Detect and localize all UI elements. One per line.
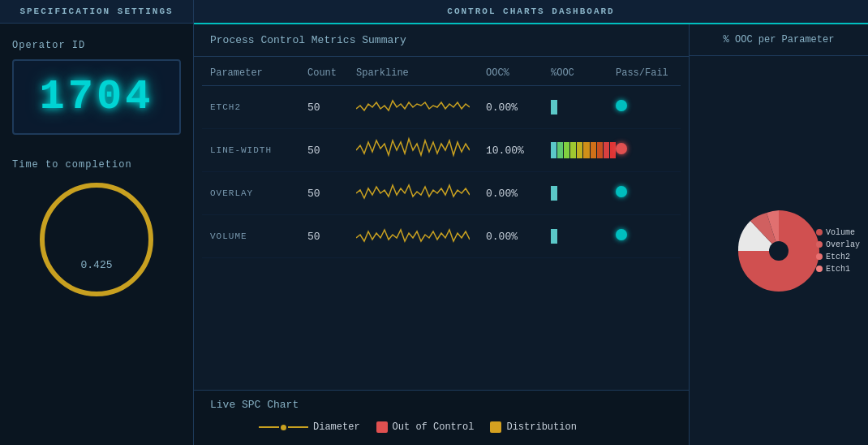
col-sparkline: Sparkline bbox=[356, 67, 486, 79]
sparkline-etch2 bbox=[356, 91, 486, 123]
count-linewidth: 50 bbox=[307, 145, 356, 157]
ooc-volume: 0.00% bbox=[486, 231, 551, 243]
pct-bar-volume bbox=[551, 229, 616, 244]
pct-bar-linewidth bbox=[551, 142, 616, 158]
col-pass-fail: Pass/Fail bbox=[616, 67, 672, 79]
pie-legend-etch1: Etch1 bbox=[816, 265, 860, 274]
pct-bar-overlay bbox=[551, 186, 616, 201]
legend-dash-icon bbox=[259, 426, 279, 428]
legend-dash2-icon bbox=[288, 426, 308, 428]
operator-display: 1704 bbox=[12, 59, 181, 135]
param-linewidth: LINE-WIDTH bbox=[210, 145, 307, 155]
dashboard-header: CONTROL CHARTS DASHBOARD bbox=[194, 0, 868, 24]
pie-label-etch2: Etch2 bbox=[826, 253, 850, 261]
table-row: VOLUME 50 0.00% bbox=[202, 215, 681, 258]
right-panel: % OOC per Parameter bbox=[690, 24, 868, 445]
operator-value: 1704 bbox=[40, 73, 154, 121]
count-volume: 50 bbox=[307, 231, 356, 243]
metrics-table: Parameter Count Sparkline OOC% %OOC Pass… bbox=[194, 57, 689, 390]
time-label: Time to completion bbox=[12, 159, 181, 171]
legend-line-diameter bbox=[259, 425, 308, 430]
legend-dot-icon bbox=[281, 425, 286, 430]
pie-legend-overlay: Overlay bbox=[816, 240, 860, 249]
ooc-overlay: 0.00% bbox=[486, 188, 551, 200]
table-row: OVERLAY 50 0.00% bbox=[202, 172, 681, 215]
table-header: Parameter Count Sparkline OOC% %OOC Pass… bbox=[202, 61, 681, 86]
param-etch2: ETCH2 bbox=[210, 102, 307, 112]
param-overlay: OVERLAY bbox=[210, 188, 307, 198]
pie-label-etch1: Etch1 bbox=[826, 265, 850, 274]
legend-ooc: Out of Control bbox=[376, 421, 475, 433]
pie-dot-etch2 bbox=[816, 253, 823, 260]
pie-area: Volume Overlay Etch2 Etch1 bbox=[690, 56, 868, 445]
pie-chart bbox=[734, 206, 823, 296]
count-overlay: 50 bbox=[307, 188, 356, 200]
pass-overlay bbox=[616, 186, 672, 201]
sparkline-volume bbox=[356, 220, 486, 253]
sparkline-overlay bbox=[356, 177, 486, 210]
pct-bar-etch2 bbox=[551, 100, 616, 114]
pass-linewidth bbox=[616, 143, 672, 158]
table-area: Process Control Metrics Summary Paramete… bbox=[194, 24, 690, 445]
legend-dist-icon bbox=[490, 421, 501, 433]
col-ooc: OOC% bbox=[486, 67, 551, 79]
legend-area: Diameter Out of Control Distribution bbox=[210, 417, 672, 437]
spec-settings-header: SPECIFICATION SETTINGS bbox=[0, 0, 193, 24]
table-row: ETCH2 50 0.00% bbox=[202, 86, 681, 129]
pie-dot-overlay bbox=[816, 241, 823, 248]
legend-ooc-icon bbox=[376, 421, 388, 433]
legend-ooc-label: Out of Control bbox=[393, 421, 475, 433]
col-pct-ooc: %OOC bbox=[551, 67, 616, 79]
pie-legend: Volume Overlay Etch2 Etch1 bbox=[816, 228, 860, 274]
pie-legend-etch2: Etch2 bbox=[816, 253, 860, 261]
ooc-header: % OOC per Parameter bbox=[690, 24, 868, 56]
sparkline-linewidth bbox=[356, 134, 486, 166]
pie-legend-volume: Volume bbox=[816, 228, 860, 237]
time-gauge: 0.425 bbox=[40, 183, 153, 296]
col-parameter: Parameter bbox=[210, 67, 307, 79]
main-body: Process Control Metrics Summary Paramete… bbox=[194, 24, 868, 445]
count-etch2: 50 bbox=[307, 102, 356, 114]
table-row: LINE-WIDTH 50 10.00% bbox=[202, 129, 681, 172]
left-panel: SPECIFICATION SETTINGS Operator ID 1704 … bbox=[0, 0, 194, 445]
pie-dot-etch1 bbox=[816, 266, 823, 272]
svg-point-0 bbox=[769, 241, 789, 261]
pie-dot-volume bbox=[816, 229, 823, 235]
live-spc-title: Live SPC Chart bbox=[210, 399, 672, 411]
pass-volume bbox=[616, 229, 672, 244]
table-section-title: Process Control Metrics Summary bbox=[194, 24, 689, 57]
pass-etch2 bbox=[616, 100, 672, 115]
legend-dist-label: Distribution bbox=[506, 421, 576, 433]
ooc-etch2: 0.00% bbox=[486, 102, 551, 114]
live-spc-section: Live SPC Chart Diameter Out of Control bbox=[194, 390, 689, 445]
param-volume: VOLUME bbox=[210, 231, 307, 241]
main-area: CONTROL CHARTS DASHBOARD Process Control… bbox=[194, 0, 868, 445]
pie-label-volume: Volume bbox=[826, 228, 855, 237]
legend-distribution: Distribution bbox=[490, 421, 576, 433]
legend-diameter-label: Diameter bbox=[313, 421, 360, 433]
ooc-linewidth: 10.00% bbox=[486, 145, 551, 157]
operator-label: Operator ID bbox=[12, 40, 181, 51]
pie-label-overlay: Overlay bbox=[826, 240, 860, 249]
legend-diameter: Diameter bbox=[259, 421, 360, 433]
gauge-value: 0.425 bbox=[80, 259, 112, 271]
col-count: Count bbox=[307, 67, 356, 79]
